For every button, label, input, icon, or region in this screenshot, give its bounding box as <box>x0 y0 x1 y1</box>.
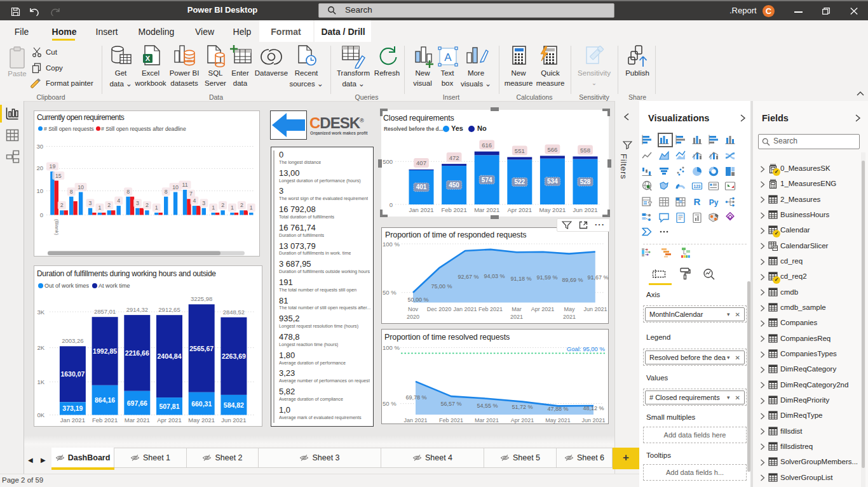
svg-text:A: A <box>444 51 452 63</box>
svg-text:Py: Py <box>709 197 718 206</box>
svg-text:123: 123 <box>693 184 700 189</box>
svg-text:R: R <box>693 196 700 207</box>
svg-text:X: X <box>146 55 151 62</box>
